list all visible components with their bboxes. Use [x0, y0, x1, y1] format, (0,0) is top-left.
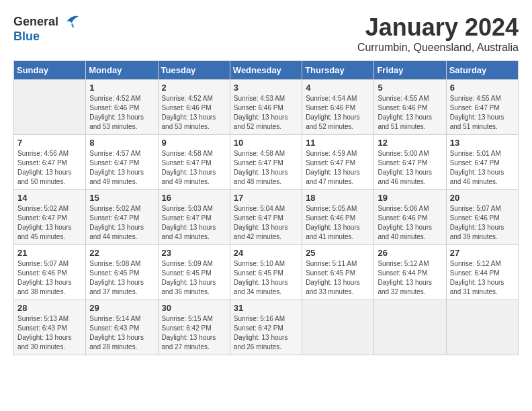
day-number: 31 — [234, 303, 298, 313]
day-info: Sunrise: 5:10 AMSunset: 6:45 PMDaylight:… — [234, 259, 298, 297]
day-info: Sunrise: 4:54 AMSunset: 6:46 PMDaylight:… — [306, 94, 370, 132]
day-number: 28 — [17, 303, 82, 313]
day-cell: 15Sunrise: 5:02 AMSunset: 6:47 PMDayligh… — [86, 190, 158, 245]
day-info: Sunrise: 5:02 AMSunset: 6:47 PMDaylight:… — [17, 204, 82, 242]
day-number: 17 — [234, 193, 298, 203]
day-number: 23 — [162, 248, 226, 258]
day-cell: 28Sunrise: 5:13 AMSunset: 6:43 PMDayligh… — [14, 300, 86, 355]
day-cell: 22Sunrise: 5:08 AMSunset: 6:45 PMDayligh… — [86, 245, 158, 300]
day-cell: 19Sunrise: 5:06 AMSunset: 6:46 PMDayligh… — [374, 190, 446, 245]
day-number: 10 — [234, 138, 298, 148]
day-info: Sunrise: 5:05 AMSunset: 6:46 PMDaylight:… — [306, 204, 370, 242]
day-info: Sunrise: 5:15 AMSunset: 6:42 PMDaylight:… — [162, 314, 226, 352]
day-info: Sunrise: 5:02 AMSunset: 6:47 PMDaylight:… — [89, 204, 154, 242]
day-cell: 3Sunrise: 4:53 AMSunset: 6:46 PMDaylight… — [230, 80, 302, 135]
day-number: 18 — [306, 193, 370, 203]
day-number: 30 — [162, 303, 226, 313]
day-info: Sunrise: 4:55 AMSunset: 6:47 PMDaylight:… — [450, 94, 515, 132]
day-number: 24 — [234, 248, 298, 258]
day-info: Sunrise: 4:52 AMSunset: 6:46 PMDaylight:… — [162, 94, 226, 132]
day-cell: 9Sunrise: 4:58 AMSunset: 6:47 PMDaylight… — [158, 135, 230, 190]
day-cell — [446, 300, 518, 355]
day-info: Sunrise: 5:07 AMSunset: 6:46 PMDaylight:… — [450, 204, 515, 242]
day-info: Sunrise: 5:16 AMSunset: 6:42 PMDaylight:… — [234, 314, 298, 352]
day-cell: 7Sunrise: 4:56 AMSunset: 6:47 PMDaylight… — [14, 135, 86, 190]
day-cell: 14Sunrise: 5:02 AMSunset: 6:47 PMDayligh… — [14, 190, 86, 245]
day-number: 14 — [17, 193, 82, 203]
day-info: Sunrise: 5:03 AMSunset: 6:47 PMDaylight:… — [162, 204, 226, 242]
day-number: 11 — [306, 138, 370, 148]
day-cell: 21Sunrise: 5:07 AMSunset: 6:46 PMDayligh… — [14, 245, 86, 300]
day-number: 25 — [306, 248, 370, 258]
day-number: 1 — [89, 83, 154, 93]
day-number: 21 — [17, 248, 82, 258]
day-cell: 30Sunrise: 5:15 AMSunset: 6:42 PMDayligh… — [158, 300, 230, 355]
week-row-1: 1Sunrise: 4:52 AMSunset: 6:46 PMDaylight… — [14, 80, 519, 135]
day-cell — [302, 300, 374, 355]
day-number: 19 — [378, 193, 442, 203]
day-number: 27 — [450, 248, 515, 258]
day-cell: 20Sunrise: 5:07 AMSunset: 6:46 PMDayligh… — [446, 190, 518, 245]
logo-bird-icon — [60, 13, 80, 30]
day-info: Sunrise: 4:57 AMSunset: 6:47 PMDaylight:… — [89, 149, 154, 187]
day-info: Sunrise: 5:13 AMSunset: 6:43 PMDaylight:… — [17, 314, 82, 352]
day-info: Sunrise: 5:09 AMSunset: 6:45 PMDaylight:… — [162, 259, 226, 297]
day-number: 8 — [89, 138, 154, 148]
day-cell: 29Sunrise: 5:14 AMSunset: 6:43 PMDayligh… — [86, 300, 158, 355]
day-cell: 8Sunrise: 4:57 AMSunset: 6:47 PMDaylight… — [86, 135, 158, 190]
day-cell: 2Sunrise: 4:52 AMSunset: 6:46 PMDaylight… — [158, 80, 230, 135]
header-thursday: Thursday — [302, 61, 374, 80]
day-info: Sunrise: 5:00 AMSunset: 6:47 PMDaylight:… — [378, 149, 442, 187]
day-info: Sunrise: 5:12 AMSunset: 6:44 PMDaylight:… — [450, 259, 515, 297]
day-info: Sunrise: 4:52 AMSunset: 6:46 PMDaylight:… — [89, 94, 154, 132]
day-cell: 31Sunrise: 5:16 AMSunset: 6:42 PMDayligh… — [230, 300, 302, 355]
day-info: Sunrise: 5:01 AMSunset: 6:47 PMDaylight:… — [450, 149, 515, 187]
day-cell — [374, 300, 446, 355]
day-info: Sunrise: 5:07 AMSunset: 6:46 PMDaylight:… — [17, 259, 82, 297]
location-title: Currumbin, Queensland, Australia — [357, 42, 519, 54]
day-number: 13 — [450, 138, 515, 148]
day-cell — [14, 80, 86, 135]
logo-blue: Blue — [13, 30, 40, 44]
logo: General Blue — [13, 13, 80, 44]
week-row-3: 14Sunrise: 5:02 AMSunset: 6:47 PMDayligh… — [14, 190, 519, 245]
day-cell: 10Sunrise: 4:58 AMSunset: 6:47 PMDayligh… — [230, 135, 302, 190]
week-row-4: 21Sunrise: 5:07 AMSunset: 6:46 PMDayligh… — [14, 245, 519, 300]
header-sunday: Sunday — [14, 61, 86, 80]
day-info: Sunrise: 5:08 AMSunset: 6:45 PMDaylight:… — [89, 259, 154, 297]
day-cell: 11Sunrise: 4:59 AMSunset: 6:47 PMDayligh… — [302, 135, 374, 190]
day-number: 9 — [162, 138, 226, 148]
day-cell: 4Sunrise: 4:54 AMSunset: 6:46 PMDaylight… — [302, 80, 374, 135]
day-cell: 6Sunrise: 4:55 AMSunset: 6:47 PMDaylight… — [446, 80, 518, 135]
header-saturday: Saturday — [446, 61, 518, 80]
day-cell: 12Sunrise: 5:00 AMSunset: 6:47 PMDayligh… — [374, 135, 446, 190]
header-tuesday: Tuesday — [158, 61, 230, 80]
day-cell: 25Sunrise: 5:11 AMSunset: 6:45 PMDayligh… — [302, 245, 374, 300]
day-info: Sunrise: 4:53 AMSunset: 6:46 PMDaylight:… — [234, 94, 298, 132]
day-cell: 23Sunrise: 5:09 AMSunset: 6:45 PMDayligh… — [158, 245, 230, 300]
calendar-table: SundayMondayTuesdayWednesdayThursdayFrid… — [13, 60, 519, 355]
header-friday: Friday — [374, 61, 446, 80]
day-number: 6 — [450, 83, 515, 93]
day-info: Sunrise: 5:12 AMSunset: 6:44 PMDaylight:… — [378, 259, 442, 297]
day-info: Sunrise: 4:59 AMSunset: 6:47 PMDaylight:… — [306, 149, 370, 187]
day-info: Sunrise: 5:11 AMSunset: 6:45 PMDaylight:… — [306, 259, 370, 297]
header-wednesday: Wednesday — [230, 61, 302, 80]
day-number: 22 — [89, 248, 154, 258]
day-info: Sunrise: 5:04 AMSunset: 6:47 PMDaylight:… — [234, 204, 298, 242]
day-number: 20 — [450, 193, 515, 203]
day-number: 16 — [162, 193, 226, 203]
day-info: Sunrise: 4:56 AMSunset: 6:47 PMDaylight:… — [17, 149, 82, 187]
day-number: 3 — [234, 83, 298, 93]
header: General Blue January 2024 Currumbin, Que… — [13, 13, 519, 54]
day-cell: 16Sunrise: 5:03 AMSunset: 6:47 PMDayligh… — [158, 190, 230, 245]
day-cell: 27Sunrise: 5:12 AMSunset: 6:44 PMDayligh… — [446, 245, 518, 300]
day-info: Sunrise: 4:58 AMSunset: 6:47 PMDaylight:… — [234, 149, 298, 187]
day-info: Sunrise: 5:06 AMSunset: 6:46 PMDaylight:… — [378, 204, 442, 242]
day-cell: 17Sunrise: 5:04 AMSunset: 6:47 PMDayligh… — [230, 190, 302, 245]
day-info: Sunrise: 4:58 AMSunset: 6:47 PMDaylight:… — [162, 149, 226, 187]
header-row: SundayMondayTuesdayWednesdayThursdayFrid… — [14, 61, 519, 80]
day-number: 29 — [89, 303, 154, 313]
day-cell: 1Sunrise: 4:52 AMSunset: 6:46 PMDaylight… — [86, 80, 158, 135]
day-number: 12 — [378, 138, 442, 148]
